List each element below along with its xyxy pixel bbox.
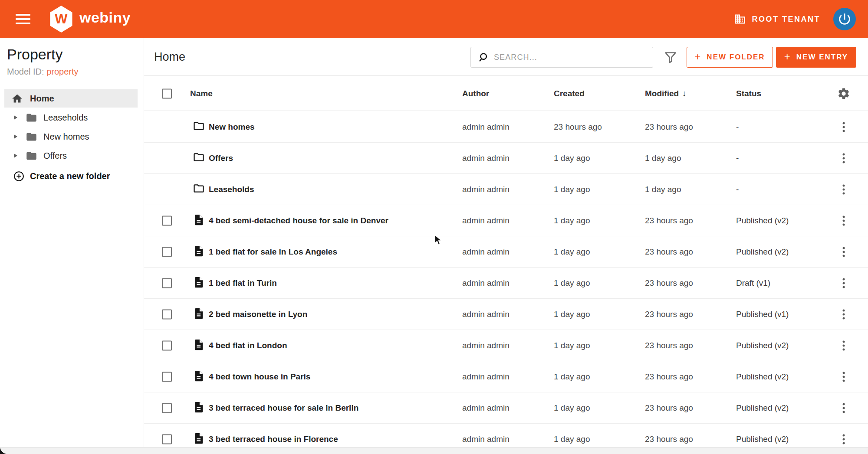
create-folder-label: Create a new folder	[30, 171, 110, 181]
table-settings-button[interactable]	[837, 87, 851, 100]
chevron-right-icon[interactable]	[14, 134, 17, 139]
new-entry-button[interactable]: + NEW ENTRY	[776, 47, 856, 68]
tenant-selector[interactable]: ROOT TENANT	[734, 13, 821, 25]
column-header-created[interactable]: Created	[554, 89, 585, 98]
horizontal-scrollbar[interactable]	[0, 447, 868, 454]
kebab-menu-icon[interactable]	[838, 400, 849, 415]
folder-tree: Leaseholds New homes Offers	[0, 108, 144, 165]
row-name-link[interactable]: 4 bed flat in London	[209, 341, 287, 350]
webiny-app-window: W webiny ROOT TENANT Property Model ID: …	[0, 0, 868, 454]
row-author: admin admin	[462, 278, 510, 288]
row-name-link[interactable]: 3 bed terraced house for sale in Berlin	[209, 403, 358, 413]
row-checkbox[interactable]	[162, 309, 172, 319]
sidebar-folder-item[interactable]: New homes	[0, 127, 144, 146]
chevron-right-icon[interactable]	[14, 154, 17, 158]
table-row[interactable]: 2 bed maisonette in Lyon admin admin 1 d…	[144, 299, 868, 330]
folder-icon	[193, 182, 205, 196]
create-folder-button[interactable]: Create a new folder	[13, 170, 110, 182]
row-checkbox[interactable]	[162, 340, 172, 350]
row-author: admin admin	[462, 434, 510, 444]
column-header-name[interactable]: Name	[190, 89, 213, 98]
table-row[interactable]: Leaseholds admin admin 1 day ago 1 day a…	[144, 174, 868, 205]
kebab-menu-icon[interactable]	[838, 307, 849, 322]
row-checkbox[interactable]	[162, 247, 172, 257]
row-checkbox[interactable]	[162, 216, 172, 225]
sidebar-folder-item[interactable]: Leaseholds	[0, 108, 144, 127]
table-row[interactable]: 1 bed flat in Turin admin admin 1 day ag…	[144, 268, 868, 299]
sidebar-folder-item[interactable]: Offers	[0, 146, 144, 165]
sidebar-item-home[interactable]: Home	[4, 89, 138, 108]
row-status: Published (v2)	[736, 434, 789, 444]
row-checkbox[interactable]	[162, 372, 172, 382]
row-actions-menu[interactable]	[838, 244, 849, 259]
table-row[interactable]: 3 bed terraced house in Florence admin a…	[144, 424, 868, 447]
row-actions-menu[interactable]	[838, 307, 849, 322]
row-status: Draft (v1)	[736, 278, 770, 288]
row-name-link[interactable]: 4 bed semi-detached house for sale in De…	[209, 216, 388, 225]
app-header: W webiny ROOT TENANT	[0, 0, 868, 38]
row-actions-menu[interactable]	[838, 119, 849, 134]
table-row[interactable]: 4 bed flat in London admin admin 1 day a…	[144, 330, 868, 361]
row-actions-menu[interactable]	[838, 213, 849, 228]
row-name-link[interactable]: 3 bed terraced house in Florence	[209, 434, 338, 444]
row-actions-menu[interactable]	[838, 150, 849, 166]
select-all-checkbox[interactable]	[162, 88, 172, 98]
plus-circle-icon	[13, 170, 25, 182]
row-created: 1 day ago	[554, 372, 590, 382]
tenant-label: ROOT TENANT	[752, 15, 821, 24]
kebab-menu-icon[interactable]	[838, 213, 849, 228]
table-row[interactable]: 3 bed terraced house for sale in Berlin …	[144, 392, 868, 424]
row-author: admin admin	[462, 310, 510, 319]
kebab-menu-icon[interactable]	[838, 431, 849, 447]
column-header-modified[interactable]: Modified↓	[645, 89, 687, 98]
row-status: Published (v1)	[736, 310, 789, 319]
plus-icon: +	[694, 51, 701, 63]
search-input[interactable]	[494, 53, 637, 62]
filter-button[interactable]	[663, 50, 678, 65]
kebab-menu-icon[interactable]	[838, 119, 849, 134]
row-name-link[interactable]: 1 bed flat for sale in Los Angeles	[209, 247, 337, 257]
file-icon	[193, 401, 205, 415]
row-name-link[interactable]: Offers	[209, 154, 233, 163]
row-name-link[interactable]: 2 bed maisonette in Lyon	[209, 310, 307, 319]
webiny-logo-icon[interactable]: W	[49, 6, 74, 33]
folder-icon	[26, 112, 37, 124]
row-actions-menu[interactable]	[838, 275, 849, 291]
table-row[interactable]: 1 bed flat for sale in Los Angeles admin…	[144, 236, 868, 268]
row-checkbox[interactable]	[162, 278, 172, 288]
row-modified: 23 hours ago	[645, 341, 693, 350]
row-modified: 23 hours ago	[645, 434, 693, 444]
user-avatar[interactable]	[833, 8, 856, 30]
model-id: Model ID: property	[7, 67, 79, 77]
row-actions-menu[interactable]	[838, 182, 849, 197]
row-actions-menu[interactable]	[838, 338, 849, 353]
row-checkbox[interactable]	[162, 403, 172, 413]
model-id-value[interactable]: property	[46, 67, 78, 76]
kebab-menu-icon[interactable]	[838, 369, 849, 384]
column-header-author[interactable]: Author	[462, 89, 489, 98]
row-actions-menu[interactable]	[838, 431, 849, 447]
column-header-status[interactable]: Status	[736, 89, 761, 98]
row-name-link[interactable]: 1 bed flat in Turin	[209, 278, 277, 288]
kebab-menu-icon[interactable]	[838, 338, 849, 353]
table-row[interactable]: Offers admin admin 1 day ago 1 day ago -	[144, 143, 868, 174]
kebab-menu-icon[interactable]	[838, 150, 849, 166]
row-name-link[interactable]: New homes	[209, 122, 255, 132]
model-id-label: Model ID:	[7, 67, 44, 76]
row-checkbox[interactable]	[162, 434, 172, 444]
table-row[interactable]: 4 bed town house in Paris admin admin 1 …	[144, 361, 868, 392]
kebab-menu-icon[interactable]	[838, 244, 849, 259]
menu-icon[interactable]	[16, 11, 30, 27]
kebab-menu-icon[interactable]	[838, 182, 849, 197]
row-name-link[interactable]: Leaseholds	[209, 185, 254, 194]
new-entry-label: NEW ENTRY	[796, 53, 848, 62]
row-name-link[interactable]: 4 bed town house in Paris	[209, 372, 310, 382]
new-folder-button[interactable]: + NEW FOLDER	[687, 47, 773, 68]
row-actions-menu[interactable]	[838, 400, 849, 415]
table-row[interactable]: New homes admin admin 23 hours ago 23 ho…	[144, 111, 868, 143]
table-row[interactable]: 4 bed semi-detached house for sale in De…	[144, 205, 868, 236]
row-author: admin admin	[462, 216, 510, 225]
row-actions-menu[interactable]	[838, 369, 849, 384]
chevron-right-icon[interactable]	[14, 115, 17, 120]
kebab-menu-icon[interactable]	[838, 275, 849, 291]
